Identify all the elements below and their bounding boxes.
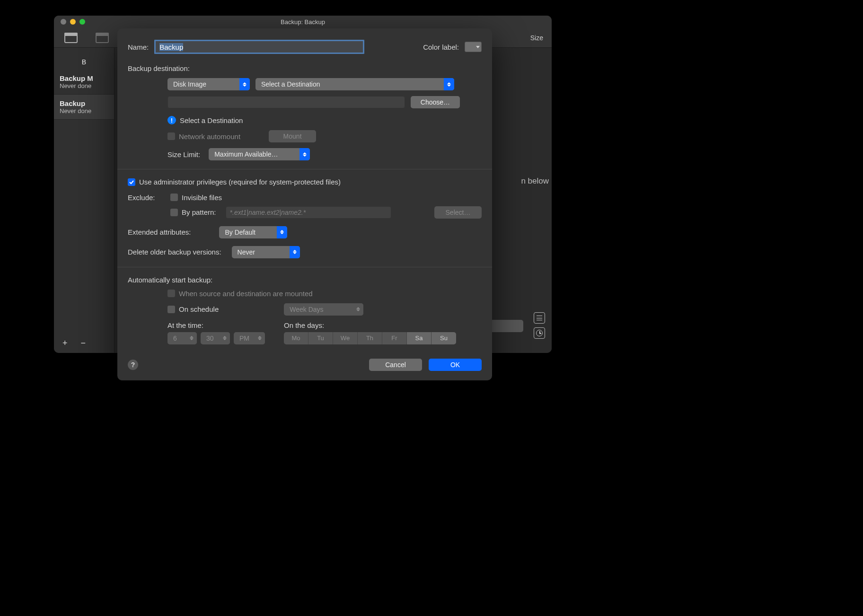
- day-sa: Sa: [407, 332, 432, 344]
- day-we: We: [333, 332, 358, 344]
- ok-button[interactable]: OK: [429, 359, 482, 371]
- size-limit-label: Size Limit:: [167, 150, 200, 158]
- sidebar-item-subtitle: Never done: [60, 107, 108, 114]
- when-mounted-checkbox: When source and destination are mounted: [167, 290, 482, 298]
- name-label: Name:: [128, 43, 149, 51]
- zoom-window-icon[interactable]: [79, 19, 85, 25]
- document-icon[interactable]: [534, 312, 545, 324]
- backup-settings-dialog: Name: Color label: Backup destination: D…: [117, 28, 492, 380]
- cancel-button[interactable]: Cancel: [369, 359, 422, 371]
- minimize-window-icon[interactable]: [70, 19, 76, 25]
- titlebar: Backup: Backup: [54, 16, 552, 28]
- popup-value: By Default: [225, 229, 255, 236]
- hour-select: 6: [167, 332, 197, 344]
- delete-versions-label: Delete older backup versions:: [128, 248, 221, 256]
- color-label-select[interactable]: [465, 42, 482, 52]
- clock-icon[interactable]: [534, 327, 545, 339]
- schedule-mode-select: Week Days: [284, 303, 363, 316]
- minute-select: 30: [201, 332, 230, 344]
- sidebar-header-letter: B: [54, 57, 114, 70]
- admin-privileges-checkbox[interactable]: Use administrator privileges (required f…: [128, 178, 341, 186]
- day-tu: Tu: [308, 332, 333, 344]
- size-limit-select[interactable]: Maximum Available…: [209, 148, 310, 160]
- days-selector: Mo Tu We Th Fr Sa Su: [284, 332, 456, 344]
- on-days-label: On the days:: [284, 321, 456, 329]
- sidebar-item-title: Backup: [60, 99, 108, 107]
- destination-select[interactable]: Select a Destination: [255, 78, 454, 90]
- chevron-down-icon: [476, 46, 480, 48]
- sidebar-item-title: Backup M: [60, 74, 108, 82]
- mount-button: Mount: [269, 130, 316, 142]
- popup-value: Select a Destination: [261, 80, 320, 88]
- sidebar-item-subtitle: Never done: [60, 82, 108, 89]
- select-button: Select…: [434, 206, 482, 219]
- delete-versions-select[interactable]: Never: [232, 246, 300, 258]
- add-button[interactable]: +: [62, 338, 68, 348]
- auto-start-title: Automatically start backup:: [128, 276, 482, 284]
- day-su: Su: [432, 332, 456, 344]
- invisible-files-checkbox[interactable]: Invisible files: [170, 194, 222, 202]
- size-column-header[interactable]: Size: [530, 34, 543, 42]
- by-pattern-checkbox[interactable]: By pattern:: [170, 208, 216, 216]
- info-icon: !: [167, 116, 176, 124]
- popup-value: Disk Image: [173, 80, 206, 88]
- name-input[interactable]: [154, 40, 364, 54]
- background-text-fragment: n below: [521, 176, 549, 186]
- choose-button[interactable]: Choose…: [411, 96, 460, 108]
- popup-value: Week Days: [290, 306, 323, 313]
- traffic-lights: [54, 19, 85, 25]
- network-automount-checkbox: Network automount: [167, 132, 240, 141]
- destination-title: Backup destination:: [128, 64, 482, 72]
- ampm-select: PM: [234, 332, 265, 344]
- destination-path-field[interactable]: [167, 96, 405, 108]
- exclude-label: Exclude:: [128, 194, 165, 202]
- day-th: Th: [358, 332, 382, 344]
- remove-button[interactable]: −: [81, 338, 86, 348]
- destination-warning: Select a Destination: [180, 116, 243, 124]
- day-fr: Fr: [382, 332, 407, 344]
- color-label: Color label:: [423, 43, 459, 51]
- at-time-label: At the time:: [167, 321, 265, 329]
- popup-value: Never: [238, 248, 255, 256]
- sidebar: B Backup M Never done Backup Never done …: [54, 48, 114, 353]
- popup-value: Maximum Available…: [214, 150, 278, 158]
- sidebar-item-backup-m[interactable]: Backup M Never done: [54, 70, 114, 95]
- view-mode-1-icon[interactable]: [64, 33, 78, 43]
- window-title: Backup: Backup: [54, 18, 552, 26]
- pattern-field[interactable]: [226, 206, 391, 219]
- destination-type-select[interactable]: Disk Image: [167, 78, 250, 90]
- sidebar-item-backup[interactable]: Backup Never done: [54, 95, 114, 120]
- view-mode-2-icon[interactable]: [96, 33, 109, 43]
- extended-attributes-select[interactable]: By Default: [219, 226, 287, 238]
- close-window-icon[interactable]: [61, 19, 66, 25]
- on-schedule-checkbox[interactable]: On schedule: [167, 305, 219, 313]
- day-mo: Mo: [284, 332, 308, 344]
- extended-attributes-label: Extended attributes:: [128, 228, 191, 236]
- help-button[interactable]: ?: [128, 360, 138, 370]
